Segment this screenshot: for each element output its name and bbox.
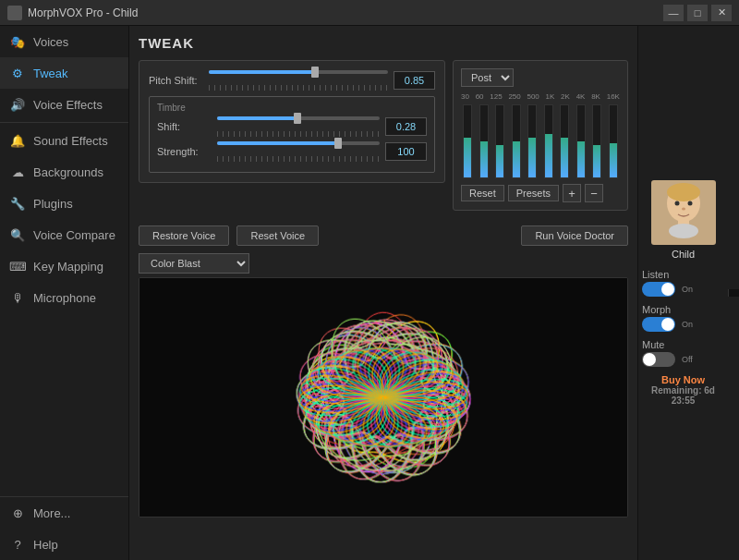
right-panel: Child Listen On Morph On [637, 26, 739, 560]
timbre-shift-row: Shift: 0.28 [157, 116, 427, 137]
timbre-strength-track[interactable] [217, 141, 380, 145]
sidebar-item-key-mapping[interactable]: ⌨ Key Mapping [0, 250, 128, 282]
action-row: Restore Voice Reset Voice Run Voice Doct… [139, 225, 628, 246]
sidebar-label-more: More... [33, 506, 70, 520]
eq-mode-dropdown[interactable]: Post Pre [461, 68, 514, 87]
timbre-shift-track[interactable] [217, 116, 380, 120]
listen-toggle-row: On [642, 282, 724, 297]
title-bar-title: MorphVOX Pro - Child [28, 6, 138, 19]
eq-bar-1[interactable] [478, 104, 491, 178]
timbre-strength-row: Strength: 100 [157, 141, 427, 162]
minimize-button[interactable]: — [663, 5, 684, 21]
eq-bar-3[interactable] [510, 104, 524, 178]
eq-bars [461, 104, 620, 178]
mute-knob [643, 353, 656, 366]
sidebar-item-backgrounds[interactable]: ☁ Backgrounds [0, 156, 128, 188]
eq-bar-6[interactable] [558, 104, 572, 178]
key-mapping-icon: ⌨ [9, 258, 26, 274]
mute-toggle[interactable] [642, 352, 675, 367]
listen-toggle[interactable] [642, 282, 675, 297]
pitch-timbre-section: Pitch Shift: 0.85 [139, 60, 445, 218]
eq-remove-button[interactable]: − [585, 184, 603, 202]
listen-label: Listen [642, 269, 724, 280]
maximize-button[interactable]: □ [687, 5, 708, 21]
morph-toggle[interactable] [642, 317, 675, 332]
title-bar-left: MorphVOX Pro - Child [7, 6, 138, 20]
avatar[interactable] [651, 180, 716, 245]
listen-knob [661, 283, 674, 296]
close-button[interactable]: ✕ [711, 5, 732, 21]
app-body: 🎭 Voices ⚙ Tweak 🔊 Voice Effects 🔔 Sound… [0, 26, 739, 560]
sound-effects-icon: 🔔 [9, 132, 26, 149]
main-area: TWEAK Pitch Shift: [129, 26, 637, 560]
sidebar-item-microphone[interactable]: 🎙 Microphone [0, 282, 128, 313]
sidebar-label-voice-effects: Voice Effects [33, 98, 103, 112]
svg-point-2 [674, 201, 679, 205]
timbre-strength-slider-container [217, 141, 380, 162]
eq-bar-5[interactable] [542, 104, 556, 178]
backgrounds-icon: ☁ [9, 164, 26, 180]
svg-point-6 [669, 224, 698, 238]
plugins-icon: 🔧 [9, 195, 26, 212]
morph-toggle-group: Morph On [642, 304, 724, 332]
sidebar-label-tweak: Tweak [33, 67, 68, 80]
eq-reset-button[interactable]: Reset [461, 185, 504, 201]
eq-bar-4[interactable] [526, 104, 539, 178]
eq-controls: Reset Presets + − [461, 184, 620, 202]
eq-bar-7[interactable] [575, 104, 588, 178]
sidebar-label-backgrounds: Backgrounds [33, 165, 103, 179]
pitch-shift-row: Pitch Shift: 0.85 [149, 70, 435, 91]
eq-bar-9[interactable] [607, 104, 621, 178]
pitch-shift-value[interactable]: 0.85 [394, 71, 435, 90]
timbre-strength-dots [217, 156, 380, 162]
timbre-shift-slider-container [217, 116, 380, 137]
sidebar-item-voices[interactable]: 🎭 Voices [0, 26, 128, 57]
sidebar: 🎭 Voices ⚙ Tweak 🔊 Voice Effects 🔔 Sound… [0, 26, 129, 560]
pitch-shift-thumb[interactable] [311, 67, 319, 78]
reset-voice-button[interactable]: Reset Voice [236, 225, 319, 246]
viz-canvas [139, 277, 628, 517]
mute-state: Off [682, 355, 693, 364]
sidebar-item-more[interactable]: ⊕ More... [0, 497, 128, 529]
timbre-label: Timbre [157, 103, 427, 113]
sidebar-item-sound-effects[interactable]: 🔔 Sound Effects [0, 125, 128, 156]
timbre-shift-value[interactable]: 0.28 [385, 117, 427, 136]
title-bar-controls: — □ ✕ [663, 5, 732, 21]
sidebar-item-tweak[interactable]: ⚙ Tweak [0, 57, 128, 89]
eq-bar-2[interactable] [493, 104, 507, 178]
eq-panel: Post Pre 30 60 125 250 500 1K 2K [453, 60, 628, 211]
page-title: TWEAK [139, 35, 628, 51]
sidebar-item-voice-effects[interactable]: 🔊 Voice Effects [0, 89, 128, 120]
viz-dropdown-row: Color Blast Spectrum Waveform None [139, 253, 628, 274]
eq-bar-0[interactable] [461, 104, 475, 178]
remaining-label: Remaining: 6d 23:55 [642, 385, 724, 406]
voices-icon: 🎭 [9, 33, 26, 50]
timbre-strength-fill [217, 141, 339, 145]
eq-add-button[interactable]: + [563, 184, 581, 202]
eq-freq-labels: 30 60 125 250 500 1K 2K 4K 8K 16K [461, 92, 620, 101]
timbre-strength-thumb[interactable] [334, 138, 342, 149]
eq-bar-8[interactable] [590, 104, 604, 178]
mute-label: Mute [642, 339, 724, 350]
buy-now-section: Buy Now Remaining: 6d 23:55 [642, 374, 724, 406]
restore-voice-button[interactable]: Restore Voice [139, 225, 229, 246]
run-voice-doctor-button[interactable]: Run Voice Doctor [521, 225, 628, 246]
svg-point-4 [682, 207, 685, 210]
buy-now-label[interactable]: Buy Now [642, 374, 724, 385]
eq-presets-button[interactable]: Presets [508, 185, 559, 201]
timbre-strength-value[interactable]: 100 [385, 142, 427, 161]
morph-toggle-row: On [642, 317, 724, 332]
timbre-shift-thumb[interactable] [294, 113, 301, 124]
pitch-shift-fill [209, 70, 316, 74]
mute-toggle-row: Off [642, 352, 724, 367]
volume-meter-container [728, 289, 739, 297]
sidebar-item-voice-compare[interactable]: 🔍 Voice Compare [0, 219, 128, 250]
tweak-icon: ⚙ [9, 65, 26, 81]
sidebar-label-microphone: Microphone [33, 291, 96, 305]
sidebar-item-help[interactable]: ? Help [0, 529, 128, 560]
sidebar-item-plugins[interactable]: 🔧 Plugins [0, 188, 128, 219]
pitch-shift-track[interactable] [209, 70, 388, 74]
separator-1 [0, 122, 128, 123]
viz-effect-dropdown[interactable]: Color Blast Spectrum Waveform None [139, 253, 249, 274]
listen-state: On [682, 285, 693, 294]
